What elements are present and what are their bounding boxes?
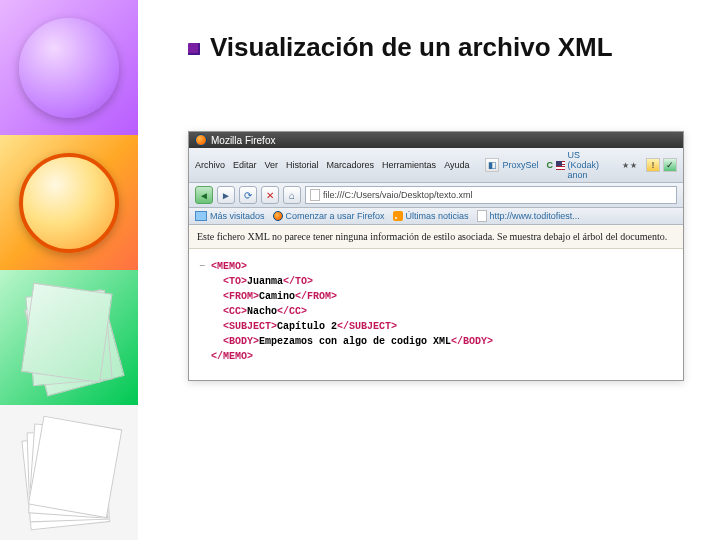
xml-body-open: <BODY> (223, 336, 259, 347)
xml-root-open: <MEMO> (211, 261, 247, 272)
page-icon (477, 210, 487, 222)
menu-historial[interactable]: Historial (286, 160, 319, 170)
menu-ver[interactable]: Ver (265, 160, 279, 170)
slide-title-text: Visualización de un archivo XML (210, 32, 613, 62)
window-title: Mozilla Firefox (211, 135, 275, 146)
xml-body-close: </BODY> (451, 336, 493, 347)
tile-green-paper (0, 270, 138, 405)
xml-cc-text: Nacho (247, 306, 277, 317)
collapse-toggle[interactable]: − (199, 261, 205, 272)
warning-icon[interactable]: ! (646, 158, 660, 172)
navigation-toolbar: ◄ ► ⟳ ✕ ⌂ file:///C:/Users/vaio/Desktop/… (189, 183, 683, 208)
xml-tree-view: − <MEMO> <TO>Juanma</TO> <FROM>Camino</F… (189, 249, 683, 380)
anon-label: US (Kodak) anon (568, 150, 610, 180)
xml-subject-text: Capítulo 2 (277, 321, 337, 332)
home-button[interactable]: ⌂ (283, 186, 301, 204)
tile-orange-clock (0, 135, 138, 270)
back-button[interactable]: ◄ (195, 186, 213, 204)
url-bar[interactable]: file:///C:/Users/vaio/Desktop/texto.xml (305, 186, 677, 204)
page-icon (310, 189, 320, 201)
bookmark-label: Últimas noticias (406, 211, 469, 221)
window-titlebar[interactable]: Mozilla Firefox (189, 132, 683, 148)
warning-text: Este fichero XML no parece tener ninguna… (197, 231, 667, 242)
title-bullet-icon (188, 43, 200, 55)
tile-purple-clock (0, 0, 138, 135)
paper-stack-icon (19, 288, 119, 388)
reload-button[interactable]: ⟳ (239, 186, 257, 204)
menu-archivo[interactable]: Archivo (195, 160, 225, 170)
xml-style-warning: Este fichero XML no parece tener ninguna… (189, 225, 683, 249)
clock-icon (19, 153, 119, 253)
xml-subject-close: </SUBJECT> (337, 321, 397, 332)
xml-cc-open: <CC> (223, 306, 247, 317)
xml-to-close: </TO> (283, 276, 313, 287)
shield-icon[interactable]: ✓ (663, 158, 677, 172)
tile-white-paper (0, 405, 138, 540)
xml-subject-open: <SUBJECT> (223, 321, 277, 332)
bookmark-most-visited[interactable]: Más visitados (195, 211, 265, 221)
url-text: file:///C:/Users/vaio/Desktop/texto.xml (323, 190, 473, 200)
proxysel-plugin[interactable]: ◧ ProxySel (485, 158, 538, 172)
bookmark-label: Comenzar a usar Firefox (286, 211, 385, 221)
menu-ayuda[interactable]: Ayuda (444, 160, 469, 170)
menu-bar: Archivo Editar Ver Historial Marcadores … (189, 148, 683, 183)
forward-button[interactable]: ► (217, 186, 235, 204)
proxysel-label: ProxySel (502, 160, 538, 170)
rss-icon (393, 211, 403, 221)
us-flag-icon (556, 161, 565, 170)
rating-stars: ★★ (622, 161, 638, 170)
xml-from-text: Camino (259, 291, 295, 302)
xml-from-close: </FROM> (295, 291, 337, 302)
menu-marcadores[interactable]: Marcadores (327, 160, 375, 170)
browser-window: Mozilla Firefox Archivo Editar Ver Histo… (188, 131, 684, 381)
xml-body-text: Empezamos con algo de codigo XML (259, 336, 451, 347)
proxysel-icon: ◧ (485, 158, 499, 172)
firefox-icon (273, 211, 283, 221)
bookmarks-toolbar: Más visitados Comenzar a usar Firefox Úl… (189, 208, 683, 225)
bookmark-latest-news[interactable]: Últimas noticias (393, 211, 469, 221)
xml-from-open: <FROM> (223, 291, 259, 302)
menu-herramientas[interactable]: Herramientas (382, 160, 436, 170)
stop-button[interactable]: ✕ (261, 186, 279, 204)
slide-title: Visualización de un archivo XML (138, 0, 720, 71)
bookmark-site[interactable]: http://www.toditofiest... (477, 210, 580, 222)
xml-to-text: Juanma (247, 276, 283, 287)
firefox-icon (195, 134, 207, 146)
folder-icon (195, 211, 207, 221)
anon-plugin[interactable]: C US (Kodak) anon (547, 150, 611, 180)
menu-editar[interactable]: Editar (233, 160, 257, 170)
clock-icon (19, 18, 119, 118)
bookmark-label: http://www.toditofiest... (490, 211, 580, 221)
paper-stack-icon (19, 423, 119, 523)
c-icon: C (547, 160, 554, 170)
xml-to-open: <TO> (223, 276, 247, 287)
xml-root-close: </MEMO> (211, 351, 253, 362)
toolbar-extra-icons: ! ✓ (646, 158, 677, 172)
bookmark-label: Más visitados (210, 211, 265, 221)
bookmark-getting-started[interactable]: Comenzar a usar Firefox (273, 211, 385, 221)
xml-cc-close: </CC> (277, 306, 307, 317)
decorative-left-column (0, 0, 138, 540)
